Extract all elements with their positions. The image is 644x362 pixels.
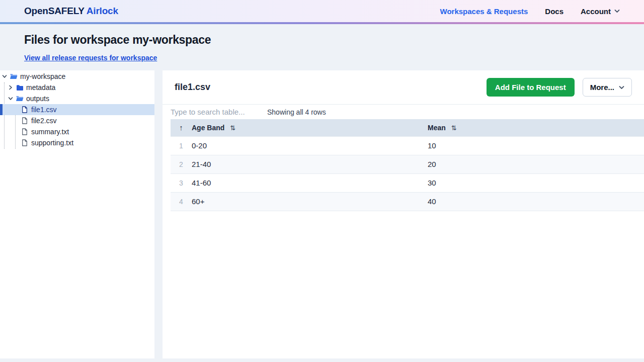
nav-link-docs[interactable]: Docs [545,7,564,16]
table-row: 3 41-60 30 [171,173,644,192]
row-number-cell: 2 [171,155,192,173]
table-row: 2 21-40 20 [171,155,644,173]
chevron-down-icon[interactable] [2,74,8,79]
page-header: Files for workspace my-workspace View al… [0,24,644,70]
tree-item-metadata[interactable]: metadata [0,82,154,93]
folder-closed-icon [16,84,24,91]
more-button[interactable]: More... [583,78,632,97]
tree-item-label: file1.csv [31,106,57,114]
file-icon [21,128,29,135]
brand-logo[interactable]: OpenSAFELY Airlock [24,6,118,17]
column-header-label: Age Band [192,124,224,132]
tree-item-file1-csv[interactable]: file1.csv [0,104,154,115]
more-button-label: More... [590,83,614,92]
chevron-down-icon [614,9,620,13]
folder-open-icon [10,73,18,80]
nav-links: Workspaces & Requests Docs Account [440,7,620,16]
row-number-cell: 4 [171,192,192,211]
row-number-cell: 1 [171,136,192,155]
rows-status: Showing all 4 rows [267,108,326,116]
table-header-row: ↑ Age Band ⇅ Mean ⇅ [171,119,644,136]
table-row: 1 0-20 10 [171,136,644,155]
file-actions: Add File to Request More... [487,78,632,97]
tree-item-my-workspace[interactable]: my-workspace [0,71,154,82]
file-detail-panel: file1.csv Add File to Request More... Sh… [163,70,644,358]
file-detail-header: file1.csv Add File to Request More... [163,70,644,105]
account-menu[interactable]: Account [581,7,620,16]
page-title: Files for workspace my-workspace [24,33,620,47]
table-row: 4 60+ 40 [171,192,644,211]
brand-secondary: Airlock [87,6,118,16]
tree-item-outputs[interactable]: outputs [0,93,154,104]
mean-cell: 40 [428,192,644,211]
tree-item-summary-txt[interactable]: summary.txt [0,126,154,137]
table-toolbar: Showing all 4 rows [163,105,644,119]
tree-item-label: summary.txt [31,128,69,136]
row-number-column-header[interactable]: ↑ [171,119,192,136]
view-release-requests-link[interactable]: View all release requests for workspace [24,54,157,62]
row-number-cell: 3 [171,173,192,192]
tree-item-label: file2.csv [31,117,57,125]
file-title: file1.csv [175,82,210,93]
add-file-to-request-button[interactable]: Add File to Request [487,78,575,97]
file-data-table: ↑ Age Band ⇅ Mean ⇅ 1 0-20 10 [171,119,644,211]
tree-item-file2-csv[interactable]: file2.csv [0,115,154,126]
column-header-label: Mean [428,124,446,132]
tree-item-label: outputs [26,95,49,103]
file-icon [21,117,29,124]
chevron-down-icon[interactable] [8,96,14,101]
content-area: my-workspace metadata outputs file [0,70,644,358]
chevron-down-icon [619,85,624,89]
age-band-cell: 41-60 [192,173,428,192]
file-tree-sidebar: my-workspace metadata outputs file [0,70,154,358]
chevron-right-icon[interactable] [8,85,14,90]
age-band-column-header[interactable]: Age Band ⇅ [192,119,428,136]
tree-item-label: my-workspace [20,72,65,80]
account-label: Account [581,7,611,16]
mean-column-header[interactable]: Mean ⇅ [428,119,644,136]
top-navbar: OpenSAFELY Airlock Workspaces & Requests… [0,0,644,22]
age-band-cell: 60+ [192,192,428,211]
sorted-ascending-icon: ↑ [179,123,183,132]
table-search-input[interactable] [171,108,267,116]
mean-cell: 20 [428,155,644,173]
file-icon [21,139,29,146]
tree-item-supporting-txt[interactable]: supporting.txt [0,137,154,148]
mean-cell: 10 [428,136,644,155]
file-icon [21,106,29,113]
nav-link-workspaces-requests[interactable]: Workspaces & Requests [440,7,528,16]
folder-open-icon [16,95,24,102]
sort-icon: ⇅ [451,124,457,132]
sort-icon: ⇅ [230,124,235,132]
mean-cell: 30 [428,173,644,192]
age-band-cell: 0-20 [192,136,428,155]
tree-item-label: metadata [26,83,55,92]
tree-item-label: supporting.txt [31,139,73,147]
age-band-cell: 21-40 [192,155,428,173]
brand-primary: OpenSAFELY [24,6,84,16]
